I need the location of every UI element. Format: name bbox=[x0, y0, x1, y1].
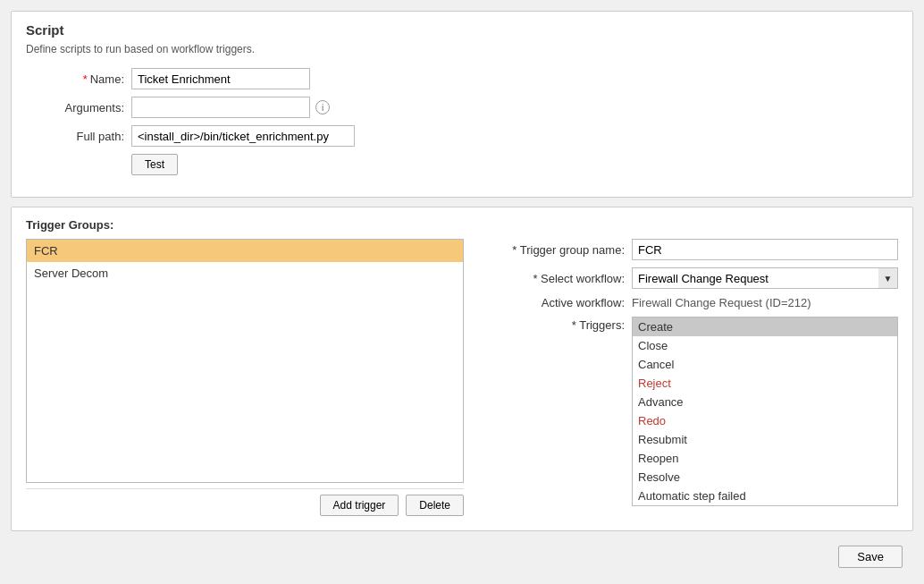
triggers-listbox-item[interactable]: Automatic step failed bbox=[633, 487, 897, 505]
triggers-listbox-item[interactable]: Reopen bbox=[633, 449, 897, 468]
trigger-right-panel: * Trigger group name: * Select workflow:… bbox=[482, 239, 898, 516]
triggers-listbox-item[interactable]: Redo bbox=[633, 411, 897, 430]
select-workflow-row: * Select workflow: Firewall Change Reque… bbox=[482, 267, 898, 289]
triggers-label: * Triggers: bbox=[482, 317, 625, 332]
fullpath-input[interactable] bbox=[131, 125, 355, 147]
triggers-listbox-item[interactable]: Advance bbox=[633, 393, 897, 411]
fullpath-label: Full path: bbox=[26, 130, 124, 143]
trigger-group-name-input[interactable] bbox=[632, 239, 898, 260]
arguments-input[interactable] bbox=[131, 97, 310, 118]
active-workflow-row: Active workflow: Firewall Change Request… bbox=[482, 296, 898, 309]
trigger-groups-title: Trigger Groups: bbox=[26, 218, 898, 232]
fullpath-row: Full path: bbox=[26, 125, 898, 147]
trigger-left-panel: FCRServer Decom Add trigger Delete bbox=[26, 239, 464, 516]
add-trigger-button[interactable]: Add trigger bbox=[320, 495, 399, 516]
trigger-group-name-label: * Trigger group name: bbox=[482, 243, 625, 257]
triggers-listbox-item[interactable]: Resolve bbox=[633, 468, 897, 487]
name-required-star: * bbox=[83, 72, 88, 86]
triggers-listbox-item[interactable]: Close bbox=[633, 336, 897, 355]
triggers-row: * Triggers: CreateCloseCancelRejectAdvan… bbox=[482, 317, 898, 506]
test-button-row: Test bbox=[131, 154, 898, 175]
trigger-list-item[interactable]: Server Decom bbox=[27, 262, 463, 284]
test-button[interactable]: Test bbox=[131, 154, 178, 175]
trigger-groups-list: FCRServer Decom bbox=[26, 239, 464, 483]
triggers-listbox-item[interactable]: Reject bbox=[633, 374, 897, 393]
trigger-groups-section: Trigger Groups: FCRServer Decom Add trig… bbox=[11, 207, 913, 531]
name-row: *Name: bbox=[26, 68, 898, 89]
delete-button[interactable]: Delete bbox=[406, 495, 464, 516]
arguments-label: Arguments: bbox=[26, 101, 124, 114]
trigger-content: FCRServer Decom Add trigger Delete * Tri… bbox=[26, 239, 898, 516]
script-section: Script Define scripts to run based on wo… bbox=[11, 11, 913, 198]
footer: Save bbox=[11, 540, 913, 573]
trigger-group-name-row: * Trigger group name: bbox=[482, 239, 898, 260]
select-workflow-wrapper: Firewall Change RequestServer DecomChang… bbox=[632, 267, 898, 289]
triggers-listbox-item[interactable]: Create bbox=[633, 317, 897, 336]
trigger-list-item[interactable]: FCR bbox=[27, 240, 463, 262]
triggers-listbox[interactable]: CreateCloseCancelRejectAdvanceRedoResubm… bbox=[632, 317, 898, 506]
script-title: Script bbox=[26, 22, 898, 38]
active-workflow-label: Active workflow: bbox=[482, 296, 625, 309]
save-button[interactable]: Save bbox=[838, 546, 903, 568]
trigger-list-buttons: Add trigger Delete bbox=[26, 488, 464, 516]
triggers-listbox-wrapper: CreateCloseCancelRejectAdvanceRedoResubm… bbox=[632, 317, 898, 506]
triggers-listbox-item[interactable]: Cancel bbox=[633, 355, 897, 374]
info-icon: i bbox=[315, 100, 330, 114]
arguments-row: Arguments: i bbox=[26, 97, 898, 118]
active-workflow-value: Firewall Change Request (ID=212) bbox=[632, 296, 811, 309]
triggers-listbox-item[interactable]: Resubmit bbox=[633, 430, 897, 449]
name-label: *Name: bbox=[26, 72, 124, 86]
name-input[interactable] bbox=[131, 68, 310, 89]
script-description: Define scripts to run based on workflow … bbox=[26, 43, 898, 55]
select-workflow-dropdown[interactable]: Firewall Change RequestServer DecomChang… bbox=[632, 267, 898, 289]
select-workflow-label: * Select workflow: bbox=[482, 272, 625, 285]
